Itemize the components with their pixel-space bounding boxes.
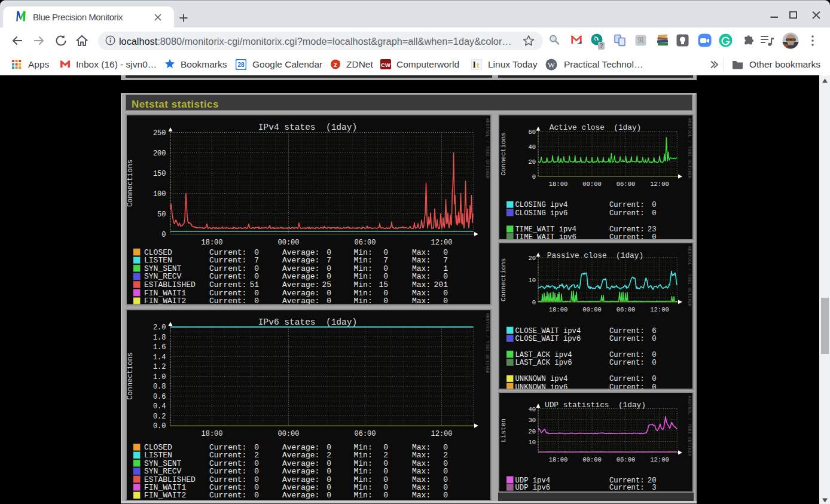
svg-text:LAST_ACK ipv6: LAST_ACK ipv6 <box>515 359 572 367</box>
svg-text:UNKNOWN ipv6: UNKNOWN ipv6 <box>515 383 567 389</box>
svg-text:00:00: 00:00 <box>277 430 299 438</box>
svg-text:?: ? <box>599 42 603 49</box>
svg-text:Current:: Current: <box>609 484 645 491</box>
svg-text:06:00: 06:00 <box>616 180 635 187</box>
svg-text:18:00: 18:00 <box>548 180 567 187</box>
svg-text:50: 50 <box>157 210 166 219</box>
svg-text:Average:: Average: <box>282 297 319 304</box>
svg-text:0: 0 <box>652 383 656 389</box>
svg-text:FIN_WAIT2: FIN_WAIT2 <box>144 297 186 304</box>
svg-text:CLOSE_WAIT ipv6: CLOSE_WAIT ipv6 <box>515 335 581 343</box>
svg-text:Active close (1day): Active close (1day) <box>549 123 641 132</box>
svg-text:0: 0 <box>161 231 166 239</box>
svg-text:0: 0 <box>383 297 388 304</box>
svg-text:RRDTOOL / TOBI OETIKER: RRDTOOL / TOBI OETIKER <box>484 118 489 179</box>
svg-text:0: 0 <box>652 351 656 359</box>
svg-text:0: 0 <box>652 335 656 343</box>
svg-text:t: t <box>477 60 480 69</box>
svg-text:3: 3 <box>652 484 656 491</box>
svg-text:0.8: 0.8 <box>152 383 166 391</box>
svg-text:RRDTOOL / TOBI OETIKER: RRDTOOL / TOBI OETIKER <box>687 396 692 457</box>
svg-text:12:00: 12:00 <box>431 239 452 247</box>
svg-text:20: 20 <box>528 255 536 262</box>
svg-text:Current:: Current: <box>609 201 645 209</box>
svg-text:0: 0 <box>254 491 259 500</box>
svg-text:Current:: Current: <box>609 375 645 383</box>
svg-text:100: 100 <box>152 190 166 198</box>
svg-text:0.4: 0.4 <box>152 402 166 411</box>
svg-text:18:00: 18:00 <box>201 239 222 247</box>
svg-text:0: 0 <box>254 297 259 304</box>
svg-text:250: 250 <box>152 129 166 138</box>
svg-text:Current:: Current: <box>609 359 645 367</box>
svg-text:0: 0 <box>326 297 331 304</box>
svg-text:0.0: 0.0 <box>152 422 166 430</box>
svg-text:Min:: Min: <box>353 491 372 500</box>
svg-text:60: 60 <box>528 129 536 136</box>
svg-text:0: 0 <box>443 491 448 500</box>
svg-text:UDP ipv6: UDP ipv6 <box>515 484 550 491</box>
svg-text:1.6: 1.6 <box>152 343 166 352</box>
svg-text:0: 0 <box>652 359 656 367</box>
svg-text:1.0: 1.0 <box>152 372 166 381</box>
svg-text:00:00: 00:00 <box>582 456 602 463</box>
svg-text:CLOSING ipv4: CLOSING ipv4 <box>515 201 567 209</box>
svg-text:LAST_ACK ipv4: LAST_ACK ipv4 <box>515 351 572 359</box>
svg-text:IPv4 states (1day): IPv4 states (1day) <box>258 123 356 132</box>
svg-text:RRDTOOL / TOBI OETIKER: RRDTOOL / TOBI OETIKER <box>484 313 489 374</box>
svg-text:Current:: Current: <box>209 491 246 500</box>
svg-text:Current:: Current: <box>609 351 645 359</box>
svg-text:40: 40 <box>528 143 536 151</box>
svg-text:ℜ: ℜ <box>637 36 644 45</box>
svg-text:z: z <box>334 61 337 68</box>
svg-text:CLOSING ipv6: CLOSING ipv6 <box>515 209 567 217</box>
svg-text:1.2: 1.2 <box>152 363 166 371</box>
svg-text:10: 10 <box>528 439 536 446</box>
svg-text:1.8: 1.8 <box>152 333 166 341</box>
svg-text:0: 0 <box>652 209 656 217</box>
svg-text:Current:: Current: <box>609 327 645 335</box>
svg-text:150: 150 <box>152 170 166 178</box>
svg-text:18:00: 18:00 <box>548 306 567 313</box>
svg-text:Connections: Connections <box>127 352 135 399</box>
svg-text:Listen: Listen <box>499 419 506 442</box>
svg-text:Min:: Min: <box>353 297 372 304</box>
svg-text:Current:: Current: <box>209 297 246 304</box>
svg-text:IPv6 states (1day): IPv6 states (1day) <box>258 317 356 327</box>
svg-text:Connections: Connections <box>499 258 506 302</box>
svg-text:TIME_WAIT ipv6: TIME_WAIT ipv6 <box>515 233 576 239</box>
svg-text:00:00: 00:00 <box>582 180 602 187</box>
svg-text:0: 0 <box>532 299 535 306</box>
svg-text:2.0: 2.0 <box>152 323 166 332</box>
svg-text:00:00: 00:00 <box>582 306 602 313</box>
svg-text:CLOSE_WAIT ipv4: CLOSE_WAIT ipv4 <box>515 327 581 335</box>
svg-text:0: 0 <box>443 297 448 304</box>
svg-text:06:00: 06:00 <box>354 430 376 438</box>
svg-text:FIN_WAIT2: FIN_WAIT2 <box>144 491 186 500</box>
svg-text:12:00: 12:00 <box>650 180 669 187</box>
svg-text:Connections: Connections <box>127 160 135 207</box>
svg-text:12:00: 12:00 <box>650 306 669 313</box>
svg-text:0: 0 <box>383 491 388 500</box>
svg-text:Average:: Average: <box>282 491 319 500</box>
svg-text:6: 6 <box>652 327 656 335</box>
svg-text:l: l <box>473 60 475 69</box>
svg-text:10: 10 <box>528 277 536 284</box>
svg-text:RRDTOOL / TOBI OETIKER: RRDTOOL / TOBI OETIKER <box>687 118 692 179</box>
svg-text:18:00: 18:00 <box>548 456 567 463</box>
svg-text:0: 0 <box>652 201 656 209</box>
svg-text:0: 0 <box>652 233 656 239</box>
svg-text:UNKNOWN ipv4: UNKNOWN ipv4 <box>515 375 567 383</box>
svg-text:06:00: 06:00 <box>616 306 635 313</box>
svg-text:00:00: 00:00 <box>277 239 299 247</box>
svg-text:200: 200 <box>152 149 166 158</box>
svg-text:0: 0 <box>326 491 331 500</box>
svg-text:Current:: Current: <box>609 383 645 389</box>
svg-text:40: 40 <box>528 406 536 413</box>
svg-text:20: 20 <box>528 428 536 435</box>
svg-text:Current:: Current: <box>609 335 645 343</box>
svg-text:06:00: 06:00 <box>616 456 635 463</box>
svg-text:0: 0 <box>532 173 535 181</box>
svg-text:Connections: Connections <box>499 132 506 176</box>
svg-text:30: 30 <box>528 417 536 424</box>
